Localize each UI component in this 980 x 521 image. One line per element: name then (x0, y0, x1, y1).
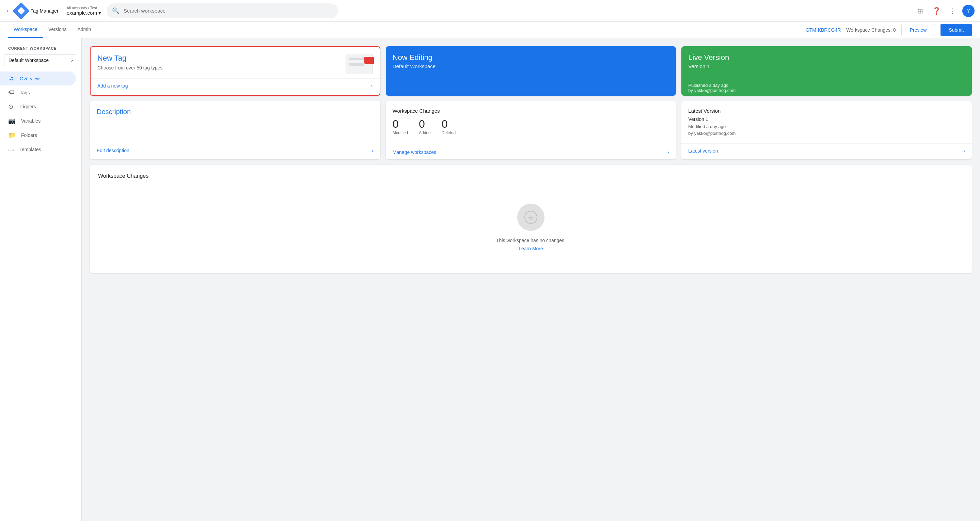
sidebar-item-tags[interactable]: 🏷 Tags (0, 86, 76, 99)
latest-version-card: Latest Version Version 1 Modified a day … (681, 101, 972, 159)
live-version-number: Version 1 (688, 63, 965, 69)
now-editing-subtitle: Default Workspace (393, 63, 436, 69)
chevron-right-icon: › (667, 149, 669, 155)
help-icon-button[interactable]: ❓ (930, 4, 943, 18)
deleted-stat: 0 Deleted (442, 118, 456, 135)
sidebar: CURRENT WORKSPACE Default Workspace › 🗂 … (0, 38, 82, 521)
tags-icon: 🏷 (8, 89, 14, 96)
more-options-icon: ⋮ (949, 7, 956, 15)
templates-icon: ▭ (8, 146, 14, 153)
workspace-changes-count: Workspace Changes: 0 (846, 27, 896, 33)
new-tag-description: Choose from over 50 tag types (97, 65, 162, 72)
chevron-right-icon: › (372, 147, 373, 154)
sidebar-section-label: CURRENT WORKSPACE (0, 44, 81, 52)
latest-version-meta: Modified a day ago by yakko@posthog.com (688, 123, 965, 137)
changes-stats: 0 Modified 0 Added 0 Deleted (393, 118, 670, 135)
sidebar-item-label: Triggers (19, 104, 36, 109)
search-bar: 🔍 (107, 3, 338, 18)
sub-nav: Workspace Versions Admin GTM-KBRCG4R Wor… (0, 22, 980, 38)
added-label: Added (419, 131, 431, 135)
live-version-title: Live Version (688, 53, 965, 62)
triggers-icon: ⊙ (8, 103, 13, 110)
submit-button[interactable]: Submit (940, 24, 972, 36)
overview-icon: 🗂 (8, 75, 14, 82)
account-breadcrumb: All accounts › Test (67, 6, 101, 10)
sub-nav-right: GTM-KBRCG4R Workspace Changes: 0 Preview… (806, 24, 972, 36)
gtm-id[interactable]: GTM-KBRCG4R (806, 27, 841, 33)
folders-icon: 📁 (8, 131, 16, 139)
description-content (97, 116, 374, 136)
nav-actions: ⊞ ❓ ⋮ Y (913, 4, 975, 18)
logo-diamond-icon (13, 2, 30, 19)
workspace-name: Default Workspace (8, 57, 49, 63)
modified-stat: 0 Modified (393, 118, 408, 135)
sidebar-item-label: Templates (19, 147, 41, 152)
search-input[interactable] (124, 8, 332, 14)
help-icon: ❓ (932, 7, 941, 15)
main-layout: CURRENT WORKSPACE Default Workspace › 🗂 … (0, 38, 980, 521)
deleted-label: Deleted (442, 131, 456, 135)
more-options-icon-button[interactable]: ⋮ (662, 53, 669, 61)
tab-workspace[interactable]: Workspace (8, 22, 43, 38)
chevron-right-icon: › (71, 57, 73, 63)
apps-icon-button[interactable]: ⊞ (913, 4, 927, 18)
more-options-icon-button[interactable]: ⋮ (946, 4, 959, 18)
tab-versions[interactable]: Versions (43, 22, 72, 38)
added-stat: 0 Added (419, 118, 431, 135)
latest-version-title: Latest Version (688, 108, 965, 114)
account-domain[interactable]: example.com ▾ (67, 10, 101, 16)
manage-workspaces-footer[interactable]: Manage workspaces › (386, 145, 676, 159)
variables-icon: 📷 (8, 117, 16, 124)
sub-nav-tabs: Workspace Versions Admin (8, 22, 96, 38)
modified-label: Modified (393, 131, 408, 135)
empty-state: This workspace has no changes. Learn Mor… (98, 190, 964, 265)
workspace-selector[interactable]: Default Workspace › (4, 54, 77, 66)
latest-version-number: Version 1 (688, 116, 965, 122)
avatar[interactable]: Y (962, 5, 975, 17)
now-editing-title: Now Editing (393, 53, 436, 62)
edit-description-footer[interactable]: Edit description › (90, 143, 380, 158)
main-content: New Tag Choose from over 50 tag types Ad… (82, 38, 980, 521)
description-title: Description (97, 108, 374, 116)
sidebar-item-label: Tags (20, 90, 30, 96)
modified-count: 0 (393, 118, 408, 131)
sidebar-item-label: Variables (21, 118, 41, 124)
sidebar-item-variables[interactable]: 📷 Variables (0, 114, 76, 128)
chevron-right-icon: › (963, 148, 965, 154)
sidebar-item-label: Overview (20, 76, 40, 81)
description-card: Description Edit description › (90, 101, 380, 159)
tag-illustration (345, 54, 373, 74)
new-tag-footer[interactable]: Add a new tag › (91, 78, 380, 93)
account-info: All accounts › Test example.com ▾ (67, 6, 101, 16)
deleted-count: 0 (442, 118, 456, 131)
workspace-changes-card-title: Workspace Changes (393, 108, 670, 114)
sidebar-item-templates[interactable]: ▭ Templates (0, 142, 76, 157)
bottom-cards-row: Description Edit description › Workspace… (90, 101, 972, 159)
new-tag-title: New Tag (97, 54, 162, 63)
empty-state-text: This workspace has no changes. (496, 238, 566, 243)
apps-icon: ⊞ (917, 7, 923, 15)
search-icon: 🔍 (112, 7, 119, 14)
latest-version-footer[interactable]: Latest version › (681, 143, 972, 158)
preview-button[interactable]: Preview (901, 24, 935, 36)
now-editing-card: Now Editing Default Workspace ⋮ (386, 46, 676, 96)
top-nav: ← Tag Manager All accounts › Test exampl… (0, 0, 980, 22)
learn-more-link[interactable]: Learn More (519, 246, 543, 251)
app-title: Tag Manager (31, 8, 59, 14)
back-button[interactable]: ← (5, 7, 12, 14)
top-cards-row: New Tag Choose from over 50 tag types Ad… (90, 46, 972, 96)
empty-state-icon (517, 204, 544, 231)
live-version-card: Live Version Version 1 Published a day a… (681, 46, 972, 96)
tab-admin[interactable]: Admin (72, 22, 96, 38)
workspace-changes-bottom-card: Workspace Changes This workspace has no … (90, 165, 972, 273)
workspace-changes-bottom-title: Workspace Changes (98, 173, 964, 179)
live-version-published: Published a day ago by yakko@posthog.com (688, 83, 965, 93)
chevron-right-icon: › (371, 83, 372, 89)
new-tag-card[interactable]: New Tag Choose from over 50 tag types Ad… (90, 46, 380, 96)
app-logo: Tag Manager (15, 5, 59, 17)
sidebar-item-label: Folders (21, 132, 37, 138)
sidebar-item-triggers[interactable]: ⊙ Triggers (0, 99, 76, 114)
added-count: 0 (419, 118, 431, 131)
sidebar-item-folders[interactable]: 📁 Folders (0, 128, 76, 142)
sidebar-item-overview[interactable]: 🗂 Overview (0, 72, 76, 86)
